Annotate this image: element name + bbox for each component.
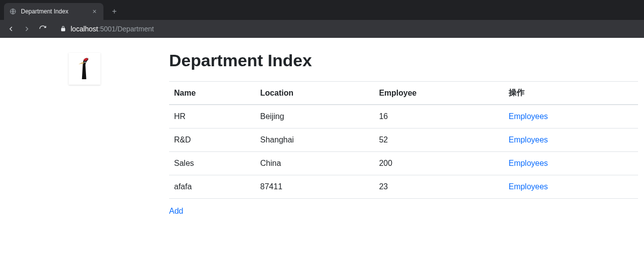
cell-employee: 52: [374, 129, 504, 152]
employees-link[interactable]: Employees: [509, 112, 548, 121]
col-name: Name: [169, 82, 255, 105]
lock-icon: [60, 25, 67, 32]
employees-link[interactable]: Employees: [509, 159, 548, 167]
close-icon[interactable]: ×: [91, 7, 98, 15]
add-link[interactable]: Add: [169, 207, 183, 216]
department-table: Name Location Employee 操作 HR Beijing 16 …: [169, 81, 638, 199]
url-text: localhost:5001/Department: [71, 25, 154, 33]
cell-location: 87411: [255, 175, 374, 199]
sidebar: [0, 50, 169, 216]
table-row: R&D Shanghai 52 Employees: [169, 129, 638, 152]
browser-tab[interactable]: Department Index ×: [4, 3, 103, 20]
cell-location: Beijing: [255, 105, 374, 129]
reload-button[interactable]: [36, 22, 50, 36]
cell-location: China: [255, 152, 374, 175]
url-host: localhost: [71, 25, 98, 33]
col-location: Location: [255, 82, 374, 105]
url-port: :5001: [98, 25, 115, 33]
cell-employee: 200: [374, 152, 504, 175]
tab-bar: Department Index × +: [0, 0, 644, 20]
url-path: /Department: [115, 25, 154, 33]
cell-name: HR: [169, 105, 255, 129]
browser-chrome: Department Index × + localhost:5001/Depa…: [0, 0, 644, 38]
table-row: HR Beijing 16 Employees: [169, 105, 638, 129]
nav-bar: localhost:5001/Department: [0, 20, 644, 38]
table-header-row: Name Location Employee 操作: [169, 82, 638, 105]
cell-employee: 23: [374, 175, 504, 199]
back-button[interactable]: [4, 22, 18, 36]
cell-name: afafa: [169, 175, 255, 199]
forward-button[interactable]: [20, 22, 34, 36]
page-body: Department Index Name Location Employee …: [0, 38, 644, 216]
new-tab-button[interactable]: +: [107, 4, 121, 18]
tab-title: Department Index: [21, 8, 87, 15]
table-row: afafa 87411 23 Employees: [169, 175, 638, 199]
cell-name: R&D: [169, 129, 255, 152]
col-action: 操作: [504, 82, 638, 105]
cell-name: Sales: [169, 152, 255, 175]
globe-icon: [9, 7, 17, 15]
employees-link[interactable]: Employees: [509, 135, 548, 144]
employees-link[interactable]: Employees: [509, 182, 548, 191]
col-employee: Employee: [374, 82, 504, 105]
address-bar[interactable]: localhost:5001/Department: [56, 25, 640, 33]
main-content: Department Index Name Location Employee …: [169, 50, 644, 216]
table-row: Sales China 200 Employees: [169, 152, 638, 175]
cell-location: Shanghai: [255, 129, 374, 152]
cell-employee: 16: [374, 105, 504, 129]
svg-point-2: [85, 62, 86, 63]
page-title: Department Index: [169, 51, 638, 70]
logo: [69, 53, 100, 85]
